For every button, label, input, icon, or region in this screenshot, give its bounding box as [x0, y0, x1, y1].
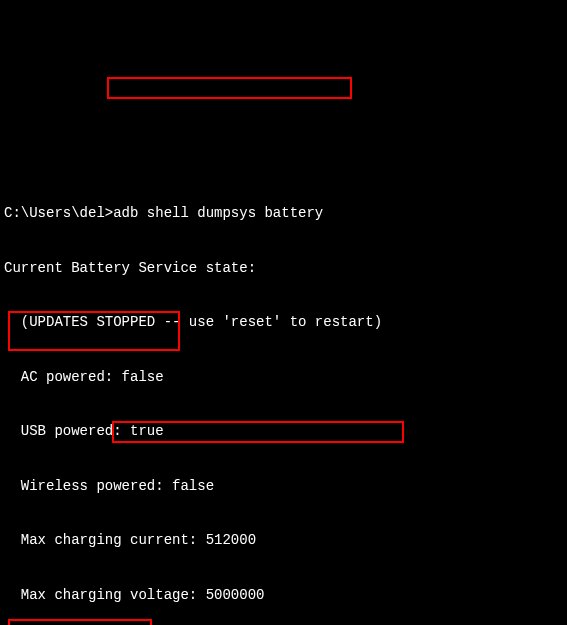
output-line: (UPDATES STOPPED -- use 'reset' to resta… [4, 313, 563, 331]
output-line: Max charging voltage: 5000000 [4, 586, 563, 604]
output-line: Wireless powered: false [4, 477, 563, 495]
output-line: Max charging current: 512000 [4, 531, 563, 549]
terminal-window[interactable]: C:\Users\del>adb shell dumpsys battery C… [4, 77, 563, 625]
prompt: C:\Users\del> [4, 205, 113, 221]
highlight-box-command1 [107, 77, 352, 99]
output-header-1: Current Battery Service state: [4, 259, 563, 277]
highlight-box-level2 [8, 619, 152, 625]
command-line-1: C:\Users\del>adb shell dumpsys battery [4, 204, 563, 222]
command-text: adb shell dumpsys battery [113, 205, 323, 221]
output-line: AC powered: false [4, 368, 563, 386]
output-line: USB powered: true [4, 422, 563, 440]
